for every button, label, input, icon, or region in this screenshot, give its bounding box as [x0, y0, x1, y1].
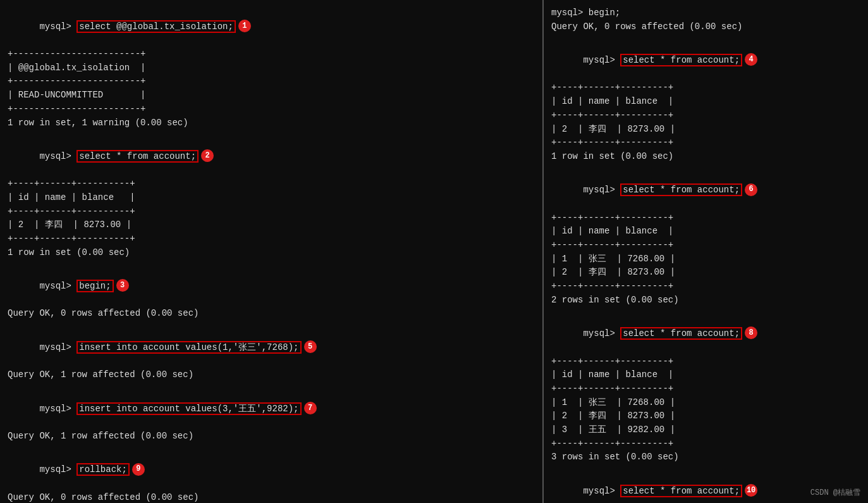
- cmd-line-3: mysql> begin;3: [8, 266, 535, 307]
- block-4: mysql> select * from account;4 +----+---…: [551, 40, 860, 163]
- cmd-line-1: mysql> select @@global.tx_isolation;1: [8, 6, 535, 47]
- watermark: CSDN @桔融雪: [810, 487, 860, 498]
- block-2: mysql> select * from account;2 +----+---…: [8, 136, 535, 259]
- cmd-line-6: mysql> select * from account;6: [551, 170, 860, 211]
- cmd-line-8: mysql> select * from account;8: [551, 313, 860, 354]
- cmd-line-4: mysql> select * from account;4: [551, 40, 860, 81]
- block-6: mysql> select * from account;6 +----+---…: [551, 170, 860, 307]
- right-begin-2: Query OK, 0 rows affected (0.00 sec): [551, 20, 860, 34]
- cmd-line-2: mysql> select * from account;2: [8, 136, 535, 177]
- right-panel: mysql> begin; Query OK, 0 rows affected …: [544, 0, 868, 503]
- block-9: mysql> rollback;9 Query OK, 0 rows affec…: [8, 450, 535, 503]
- cmd-line-5: mysql> insert into account values(1,'张三'…: [8, 327, 535, 368]
- block-7: mysql> insert into account values(3,'王五'…: [8, 388, 535, 444]
- cmd-line-7: mysql> insert into account values(3,'王五'…: [8, 388, 535, 430]
- cmd-line-9: mysql> rollback;9: [8, 450, 535, 491]
- block-8: mysql> select * from account;8 +----+---…: [551, 313, 860, 464]
- left-panel: mysql> select @@global.tx_isolation;1 +-…: [0, 0, 544, 503]
- block-1: mysql> select @@global.tx_isolation;1 +-…: [8, 6, 535, 130]
- block-3: mysql> begin;3 Query OK, 0 rows affected…: [8, 266, 535, 321]
- right-begin-1: mysql> begin;: [551, 6, 860, 20]
- block-5: mysql> insert into account values(1,'张三'…: [8, 327, 535, 382]
